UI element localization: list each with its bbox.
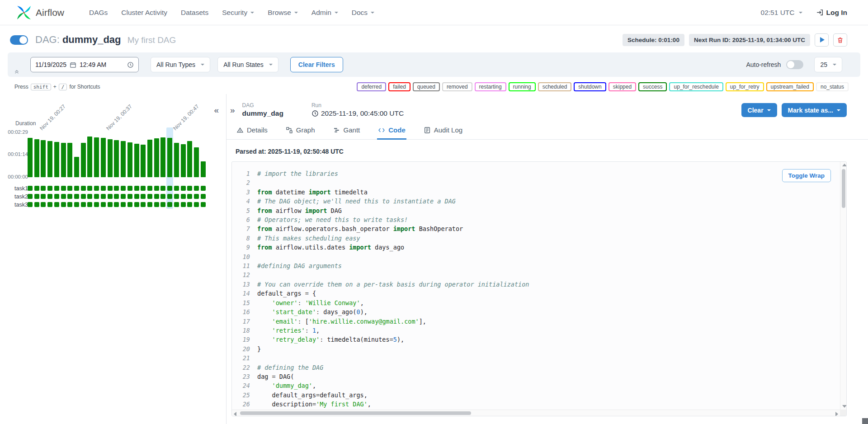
legend-badge-deferred[interactable]: deferred — [357, 82, 386, 91]
nav-item-datasets[interactable]: Datasets — [175, 5, 214, 20]
task-instance-square[interactable] — [54, 186, 59, 191]
task-instance-square[interactable] — [67, 194, 72, 199]
legend-badge-no_status[interactable]: no_status — [816, 82, 849, 91]
task-instance-square[interactable] — [28, 194, 33, 199]
delete-dag-button[interactable] — [833, 33, 847, 47]
task-instance-square[interactable] — [147, 194, 152, 199]
auto-refresh-toggle[interactable] — [786, 60, 803, 69]
vertical-scrollbar[interactable] — [840, 162, 846, 410]
clock-dropdown[interactable]: 02:51 UTC — [761, 9, 802, 17]
nav-item-cluster-activity[interactable]: Cluster Activity — [115, 5, 173, 20]
run-types-filter[interactable]: All Run Types — [151, 57, 210, 72]
task-instance-square[interactable] — [201, 186, 206, 191]
duration-bar[interactable] — [134, 144, 139, 177]
collapse-filters-icon[interactable] — [14, 68, 20, 75]
schedule-badge[interactable]: Schedule: 0:01:00 — [623, 34, 684, 46]
task-instance-square[interactable] — [61, 202, 66, 207]
task-instance-square[interactable] — [47, 194, 52, 199]
tab-graph[interactable]: Graph — [285, 123, 316, 140]
duration-bar[interactable] — [101, 138, 106, 177]
task-instance-square[interactable] — [121, 194, 126, 199]
duration-bar[interactable] — [94, 137, 99, 177]
task-instance-square[interactable] — [167, 202, 172, 207]
horizontal-scroll-thumb[interactable] — [240, 411, 471, 415]
scroll-left-icon[interactable] — [234, 412, 236, 416]
task-instance-square[interactable] — [108, 186, 113, 191]
airflow-logo[interactable]: Airflow — [16, 5, 64, 20]
task-instance-square[interactable] — [108, 194, 113, 199]
duration-bar[interactable] — [67, 143, 72, 177]
task-instance-square[interactable] — [127, 186, 132, 191]
duration-bar[interactable] — [201, 161, 206, 177]
task-instance-square[interactable] — [147, 186, 152, 191]
mark-state-button[interactable]: Mark state as... — [782, 103, 847, 117]
duration-bar[interactable] — [154, 138, 159, 177]
task-instance-square[interactable] — [141, 202, 146, 207]
task-instance-square[interactable] — [61, 186, 66, 191]
task-instance-square[interactable] — [28, 186, 33, 191]
task-instance-square[interactable] — [134, 194, 139, 199]
task-instance-square[interactable] — [114, 202, 119, 207]
duration-bar[interactable] — [127, 142, 132, 177]
duration-bar[interactable] — [28, 138, 33, 177]
task-label-task1[interactable]: task1 — [0, 185, 28, 192]
nav-item-dags[interactable]: DAGs — [83, 5, 113, 20]
task-instance-square[interactable] — [181, 186, 186, 191]
clear-button[interactable]: Clear — [741, 103, 777, 117]
task-instance-square[interactable] — [194, 194, 199, 199]
task-instance-square[interactable] — [174, 186, 179, 191]
page-size-select[interactable]: 25 — [814, 57, 842, 72]
task-instance-square[interactable] — [81, 202, 86, 207]
vertical-scroll-thumb[interactable] — [842, 169, 845, 208]
task-instance-square[interactable] — [87, 186, 92, 191]
duration-bar[interactable] — [81, 143, 86, 177]
legend-badge-queued[interactable]: queued — [413, 82, 440, 91]
duration-bar[interactable] — [108, 139, 113, 177]
duration-bar[interactable] — [54, 142, 59, 177]
task-instance-square[interactable] — [134, 202, 139, 207]
duration-bar[interactable] — [74, 157, 79, 177]
legend-badge-restarting[interactable]: restarting — [475, 82, 506, 91]
task-instance-square[interactable] — [41, 202, 46, 207]
base-date-input[interactable]: 11/19/2025 12:49 AM — [30, 57, 139, 72]
duration-bar[interactable] — [121, 141, 126, 177]
task-instance-square[interactable] — [121, 186, 126, 191]
task-instance-square[interactable] — [154, 202, 159, 207]
legend-badge-skipped[interactable]: skipped — [609, 82, 636, 91]
task-instance-square[interactable] — [127, 202, 132, 207]
task-instance-square[interactable] — [54, 194, 59, 199]
task-instance-square[interactable] — [81, 186, 86, 191]
nav-item-admin[interactable]: Admin — [306, 5, 344, 20]
task-label-task2[interactable]: task2 — [0, 193, 28, 200]
legend-badge-removed[interactable]: removed — [442, 82, 472, 91]
legend-badge-upstream_failed[interactable]: upstream_failed — [766, 82, 814, 91]
task-instance-square[interactable] — [94, 202, 99, 207]
task-instance-square[interactable] — [187, 186, 192, 191]
nav-item-security[interactable]: Security — [216, 5, 260, 20]
task-instance-square[interactable] — [87, 202, 92, 207]
duration-bar[interactable] — [47, 141, 52, 177]
task-instance-square[interactable] — [47, 202, 52, 207]
duration-bar[interactable] — [181, 144, 186, 177]
duration-bar[interactable] — [187, 141, 192, 177]
task-instance-square[interactable] — [41, 186, 46, 191]
nav-item-browse[interactable]: Browse — [262, 5, 304, 20]
task-instance-square[interactable] — [154, 194, 159, 199]
task-instance-square[interactable] — [121, 202, 126, 207]
task-instance-square[interactable] — [34, 194, 39, 199]
task-instance-square[interactable] — [174, 202, 179, 207]
legend-badge-up_for_retry[interactable]: up_for_retry — [726, 82, 764, 91]
task-instance-square[interactable] — [160, 186, 165, 191]
task-instance-square[interactable] — [101, 202, 106, 207]
task-instance-square[interactable] — [74, 186, 79, 191]
run-states-filter[interactable]: All Run States — [217, 57, 278, 72]
task-instance-square[interactable] — [47, 186, 52, 191]
horizontal-scrollbar[interactable] — [232, 410, 840, 416]
task-instance-square[interactable] — [160, 202, 165, 207]
legend-badge-success[interactable]: success — [638, 82, 667, 91]
task-instance-square[interactable] — [167, 194, 172, 199]
task-instance-square[interactable] — [201, 202, 206, 207]
task-instance-square[interactable] — [67, 186, 72, 191]
task-instance-square[interactable] — [194, 186, 199, 191]
task-instance-square[interactable] — [127, 194, 132, 199]
